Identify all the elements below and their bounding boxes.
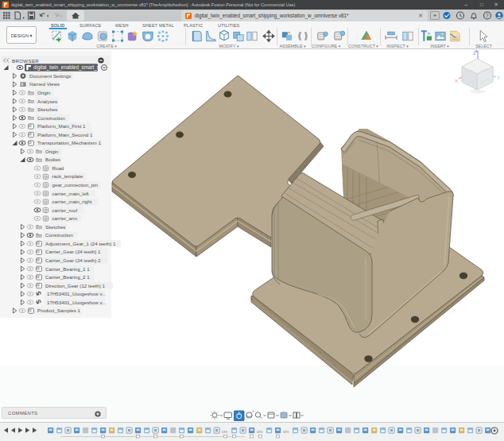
svg-text:Platform_Main_First 1: Platform_Main_First 1 bbox=[37, 123, 86, 129]
svg-text:BROWSER: BROWSER bbox=[12, 58, 39, 64]
svg-text:cm: cm bbox=[283, 429, 289, 434]
svg-text:Product_Samples 1: Product_Samples 1 bbox=[37, 308, 81, 313]
svg-text:Direction_Gear (12 teeth) 1: Direction_Gear (12 teeth) 1 bbox=[45, 283, 106, 288]
svg-text:Platform_Main_Second 1: Platform_Main_Second 1 bbox=[37, 132, 93, 137]
svg-text:Adjustment_Gear_1 (24 teeth) 1: Adjustment_Gear_1 (24 teeth) 1 bbox=[45, 241, 116, 246]
svg-text:Sketches: Sketches bbox=[37, 106, 57, 112]
svg-text:Road: Road bbox=[52, 165, 64, 171]
svg-text:carrier_roof: carrier_roof bbox=[52, 207, 78, 213]
svg-text:Named Views: Named Views bbox=[29, 81, 60, 87]
svg-text:Analyses: Analyses bbox=[37, 99, 57, 104]
svg-text:cm: cm bbox=[222, 429, 228, 434]
svg-text:cm: cm bbox=[257, 429, 263, 434]
svg-text:carrier_main_right: carrier_main_right bbox=[52, 199, 92, 204]
svg-text:Sketches: Sketches bbox=[45, 224, 65, 230]
svg-text:Transportation_Mechanism 1: Transportation_Mechanism 1 bbox=[37, 140, 101, 145]
svg-text:gear_connection_pin: gear_connection_pin bbox=[52, 182, 99, 188]
svg-text:Carrier_Gear (24 teeth) 2: Carrier_Gear (24 teeth) 2 bbox=[45, 257, 101, 263]
svg-text:Y: Y bbox=[497, 75, 500, 80]
svg-text:Construction: Construction bbox=[45, 232, 73, 238]
svg-text:Construction: Construction bbox=[37, 115, 65, 121]
svg-text:17H53401_Uoogeshow v...: 17H53401_Uoogeshow v... bbox=[47, 300, 106, 305]
svg-text:carrier_main_left: carrier_main_left bbox=[52, 191, 89, 196]
svg-text:carrier_arm: carrier_arm bbox=[52, 215, 78, 221]
svg-text:Bodies: Bodies bbox=[45, 157, 60, 162]
svg-text:rack_template: rack_template bbox=[52, 173, 83, 179]
svg-text:Carrier_Bearing_2 1: Carrier_Bearing_2 1 bbox=[45, 274, 90, 280]
svg-text:Origin: Origin bbox=[37, 90, 51, 95]
svg-text:Document Settings: Document Settings bbox=[29, 73, 71, 79]
svg-text:Carrier_Bearing_1 1: Carrier_Bearing_1 1 bbox=[45, 266, 90, 272]
svg-text:Carrier_Gear (24 teeth) 1: Carrier_Gear (24 teeth) 1 bbox=[45, 249, 101, 254]
svg-text:digital_twin_enabled_smart_sh.: digital_twin_enabled_smart_sh... bbox=[33, 64, 107, 71]
svg-text:X: X bbox=[455, 79, 458, 83]
svg-text:?: ? bbox=[486, 13, 489, 18]
svg-text:17H53401_Uoogeshow v...: 17H53401_Uoogeshow v... bbox=[47, 291, 106, 296]
svg-text:Origin: Origin bbox=[45, 149, 59, 154]
